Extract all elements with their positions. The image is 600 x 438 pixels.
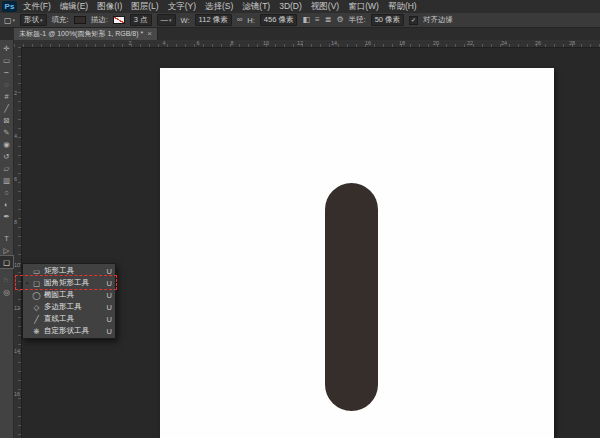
document-workspace: [22, 47, 600, 438]
menu-items: 文件(F)编辑(E)图像(I)图层(L)文字(Y)选择(S)滤镜(T)3D(D)…: [23, 1, 417, 13]
rounded-rectangle-shape[interactable]: [325, 183, 378, 411]
shape-height-input[interactable]: 456 像素: [260, 14, 298, 26]
ruler-number: 26: [535, 40, 541, 46]
flyout-item-shortcut: U: [107, 327, 112, 336]
menu-bar: Ps 文件(F)编辑(E)图像(I)图层(L)文字(Y)选择(S)滤镜(T)3D…: [0, 0, 600, 14]
type-tool[interactable]: T: [0, 232, 13, 244]
ruler-number: 22: [467, 40, 473, 46]
menu-item[interactable]: 窗口(W): [348, 1, 379, 13]
ruler-number: 16: [365, 40, 371, 46]
flyout-menu-item[interactable]: • ◇ 多边形工具 U: [23, 301, 115, 313]
rounded-rectangle-icon: ▢: [4, 16, 12, 25]
path-operations-icon[interactable]: ◧: [302, 15, 310, 25]
flyout-item-label: 圆角矩形工具: [44, 278, 104, 288]
chevron-down-icon: ▾: [40, 17, 43, 23]
flyout-item-label: 直线工具: [44, 314, 104, 324]
eraser-tool[interactable]: ▱: [0, 162, 13, 174]
flyout-item-shortcut: U: [107, 315, 112, 324]
document-title: 未标题-1 @ 100%(圆角矩形 1, RGB/8) *: [19, 29, 143, 39]
crop-tool[interactable]: #: [0, 90, 13, 102]
canvas[interactable]: [160, 68, 554, 438]
path-arrangement-icon[interactable]: ≣: [325, 15, 332, 25]
ruler-number: 4: [14, 133, 17, 139]
lasso-tool[interactable]: ∽: [0, 66, 13, 78]
ruler-number: 4: [162, 40, 165, 46]
chevron-down-icon: ▾: [13, 17, 16, 23]
shape-width-input[interactable]: 112 像素: [195, 14, 232, 26]
flyout-item-label: 多边形工具: [44, 302, 104, 312]
stroke-color-swatch[interactable]: [113, 16, 125, 24]
blur-tool[interactable]: ○: [0, 186, 13, 198]
menu-item[interactable]: 文件(F): [23, 1, 51, 13]
stroke-width-input[interactable]: 3 点: [130, 14, 152, 26]
chevron-down-icon: ▾: [169, 17, 172, 23]
ruler-number: 10: [263, 40, 269, 46]
align-edges-checkbox[interactable]: ✓: [409, 16, 418, 25]
ruler-number: 6: [196, 40, 199, 46]
flyout-menu-item[interactable]: • ❋ 自定形状工具 U: [23, 325, 115, 337]
move-tool[interactable]: ✛: [0, 42, 13, 54]
menu-item[interactable]: 选择(S): [205, 1, 233, 13]
tool-mode-select[interactable]: 形状▾: [20, 14, 47, 26]
stroke-style-select[interactable]: —▾: [157, 14, 176, 26]
width-label: W:: [181, 16, 190, 25]
options-bar: ▢ ▾ 形状▾ 填充: 描边: 3 点 —▾ W: 112 像素 ∞ H: 45…: [0, 13, 600, 28]
gear-icon[interactable]: ⚙: [336, 15, 343, 25]
stroke-label: 描边:: [91, 15, 108, 25]
ruler-number: 16: [14, 391, 20, 397]
menu-item[interactable]: 帮助(H): [388, 1, 417, 13]
quick-selection-tool[interactable]: ◌: [0, 78, 13, 90]
hand-tool[interactable]: ☞: [0, 274, 13, 286]
brush-tool[interactable]: ✎: [0, 126, 13, 138]
menu-item[interactable]: 图像(I): [97, 1, 122, 13]
photoshop-logo: Ps: [2, 1, 17, 12]
flyout-item-label: 矩形工具: [44, 266, 104, 276]
rounded-rectangle-tool[interactable]: ▢: [0, 256, 13, 268]
flyout-menu-item[interactable]: • ▭ 矩形工具 U: [23, 265, 115, 277]
fill-label: 填充:: [52, 15, 69, 25]
gradient-tool[interactable]: ▥: [0, 174, 13, 186]
menu-item[interactable]: 图层(L): [131, 1, 158, 13]
menu-item[interactable]: 编辑(E): [60, 1, 88, 13]
close-icon[interactable]: ×: [147, 30, 152, 38]
flyout-item-label: 椭圆工具: [44, 290, 104, 300]
flyout-item-shortcut: U: [107, 291, 112, 300]
path-selection-tool[interactable]: ▷: [0, 244, 13, 256]
menu-item[interactable]: 视图(V): [311, 1, 339, 13]
ruler-number: 28: [569, 40, 575, 46]
ruler-number: 10: [14, 262, 20, 268]
active-tool-preview[interactable]: ▢ ▾: [4, 16, 15, 25]
radius-input[interactable]: 50 像素: [371, 14, 404, 26]
ruler-number: 24: [501, 40, 507, 46]
fill-color-swatch[interactable]: [74, 16, 86, 24]
ruler-number: 14: [331, 40, 337, 46]
rectangular-marquee-tool[interactable]: ▭: [0, 54, 13, 66]
path-alignment-icon[interactable]: ≡: [315, 15, 320, 25]
ruler-number: 2: [14, 90, 17, 96]
flyout-menu-item[interactable]: • ◯ 椭圆工具 U: [23, 289, 115, 301]
tab-bar: 未标题-1 @ 100%(圆角矩形 1, RGB/8) * ×: [0, 28, 600, 40]
eyedropper-tool[interactable]: ╱: [0, 102, 13, 114]
ruler-number: 12: [14, 305, 20, 311]
flyout-item-shortcut: U: [107, 303, 112, 312]
shape-tool-icon: ▢: [32, 279, 41, 288]
flyout-item-label: 自定形状工具: [44, 326, 104, 336]
document-tab[interactable]: 未标题-1 @ 100%(圆角矩形 1, RGB/8) * ×: [14, 28, 158, 40]
clone-stamp-tool[interactable]: ◉: [0, 138, 13, 150]
link-dimensions-icon[interactable]: ∞: [237, 15, 243, 25]
zoom-tool[interactable]: ◎: [0, 286, 13, 298]
shape-tools-flyout-menu: • ▭ 矩形工具 U • ▢ 圆角矩形工具 U • ◯ 椭圆工具 U • ◇ 多…: [22, 263, 116, 339]
shape-tool-icon: ◇: [32, 303, 41, 312]
menu-item[interactable]: 文字(Y): [168, 1, 196, 13]
healing-brush-tool[interactable]: ⊠: [0, 114, 13, 126]
flyout-menu-item[interactable]: • ▢ 圆角矩形工具 U: [23, 277, 115, 289]
flyout-menu-item[interactable]: • ╱ 直线工具 U: [23, 313, 115, 325]
ruler-number: 18: [399, 40, 405, 46]
menu-item[interactable]: 滤镜(T): [242, 1, 270, 13]
history-brush-tool[interactable]: ↺: [0, 150, 13, 162]
horizontal-ruler: 246810121416182022242628: [14, 40, 600, 48]
pen-tool[interactable]: ✒: [0, 210, 13, 222]
dodge-tool[interactable]: ◐: [0, 198, 13, 210]
shape-tool-icon: ╱: [32, 315, 41, 324]
menu-item[interactable]: 3D(D): [279, 1, 302, 13]
